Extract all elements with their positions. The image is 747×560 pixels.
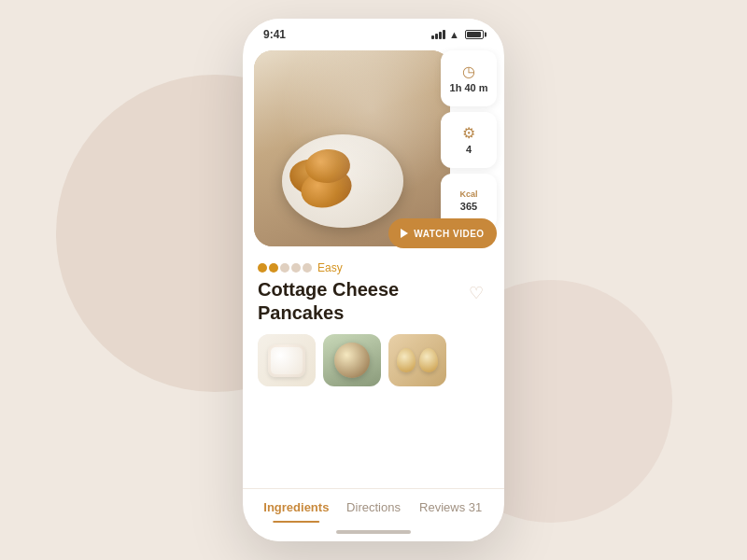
content-area: ◷ 1h 40 m ⚙ 4 Kcal 365 WATCH VIDEO <box>243 47 504 541</box>
hero-section: ◷ 1h 40 m ⚙ 4 Kcal 365 WATCH VIDEO <box>243 47 504 252</box>
tab-ingredients[interactable]: Ingredients <box>258 489 335 523</box>
egg-2 <box>419 348 438 372</box>
tabs-section: Ingredients Directions Reviews 31 <box>243 488 504 523</box>
phone-frame: 9:41 ▲ <box>243 19 504 541</box>
kcal-icon: Kcal <box>459 189 477 199</box>
star-2 <box>269 263 278 273</box>
watch-video-label: WATCH VIDEO <box>414 229 484 239</box>
servings-card: ⚙ 4 <box>441 112 497 168</box>
favorite-button[interactable]: ♡ <box>463 280 489 306</box>
servings-value: 4 <box>466 144 472 156</box>
tabs-row: Ingredients Directions Reviews 31 <box>243 489 504 523</box>
ingredients-row <box>243 325 504 394</box>
tab-reviews[interactable]: Reviews 31 <box>412 489 489 523</box>
ingredient-eggs[interactable] <box>388 334 446 386</box>
fork-icon: ⚙ <box>462 124 475 142</box>
star-3 <box>280 263 289 273</box>
time-card: ◷ 1h 40 m <box>441 50 497 106</box>
difficulty-label: Easy <box>317 261 343 274</box>
battery-icon <box>465 30 484 39</box>
recipe-title: Cottage CheesePancakes <box>258 278 463 325</box>
tab-directions-label: Directions <box>346 500 401 514</box>
info-cards: ◷ 1h 40 m ⚙ 4 Kcal 365 <box>441 50 497 230</box>
difficulty-stars <box>258 263 312 273</box>
time-value: 1h 40 m <box>450 82 488 94</box>
tab-directions[interactable]: Directions <box>335 489 413 523</box>
star-1 <box>258 263 267 273</box>
home-bar <box>336 530 411 534</box>
status-icons: ▲ <box>431 29 484 40</box>
clock-icon: ◷ <box>462 63 475 80</box>
watch-video-button[interactable]: WATCH VIDEO <box>388 218 497 248</box>
home-indicator <box>243 523 504 541</box>
wifi-icon: ▲ <box>449 29 459 40</box>
tab-ingredients-label: Ingredients <box>263 500 329 514</box>
play-icon <box>401 229 408 238</box>
calories-value: 365 <box>460 201 477 213</box>
star-5 <box>303 263 312 273</box>
ingredient-cottage-cheese[interactable] <box>258 334 316 386</box>
recipe-image <box>254 50 450 246</box>
difficulty-row: Easy <box>258 261 489 274</box>
recipe-info: Easy Cottage CheesePancakes ♡ <box>243 252 504 325</box>
signal-icon <box>431 30 445 39</box>
heart-icon: ♡ <box>469 283 484 303</box>
egg-1 <box>397 348 416 372</box>
status-time: 9:41 <box>263 28 286 41</box>
ingredient-coconut[interactable] <box>323 334 381 386</box>
tab-reviews-label: Reviews 31 <box>419 500 482 514</box>
status-bar: 9:41 ▲ <box>243 19 504 47</box>
star-4 <box>291 263 301 273</box>
recipe-title-row: Cottage CheesePancakes ♡ <box>258 278 489 325</box>
